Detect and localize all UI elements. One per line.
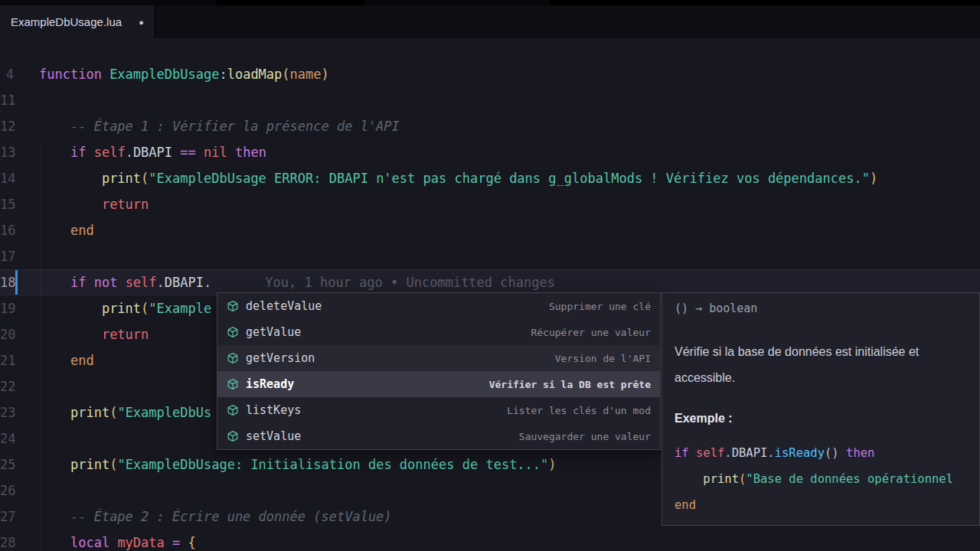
line-number[interactable]: 25: [0, 452, 39, 478]
line-number[interactable]: 27: [0, 504, 39, 530]
code-line[interactable]: 28 local myData = {: [0, 530, 980, 551]
docs-code-line: if self.DBAPI.isReady() then: [675, 440, 967, 466]
suggest-item-label: isReady: [246, 377, 294, 391]
code-text: return: [39, 321, 149, 347]
suggest-item-label: deleteValue: [246, 299, 322, 313]
example-heading: Exemple :: [675, 411, 967, 426]
suggest-item-deleteValue[interactable]: deleteValueSupprimer une clé: [217, 293, 660, 319]
line-number[interactable]: 13: [0, 139, 39, 165]
code-text: print("ExampleDbUs: [39, 399, 211, 425]
code-line[interactable]: 13 if self.DBAPI == nil then: [0, 139, 980, 165]
autocomplete-suggest-widget[interactable]: deleteValueSupprimer une clégetValueRécu…: [217, 292, 661, 450]
code-text: print("Example: [39, 295, 211, 321]
unsaved-changes-dot-icon[interactable]: ●: [139, 18, 144, 27]
code-line[interactable]: 11: [0, 87, 980, 113]
method-signature: () → boolean: [675, 301, 967, 316]
docs-example-code: if self.DBAPI.isReady() then print("Base…: [675, 440, 967, 518]
suggest-item-detail: Sauvegarder une valeur: [519, 431, 651, 442]
line-number[interactable]: 18: [0, 269, 39, 295]
method-icon: [227, 404, 239, 416]
docs-code-line: end: [675, 492, 967, 518]
docs-code-line: print("Base de données opérationnel: [675, 466, 967, 492]
code-text: print("ExampleDbUsage: Initialisation de…: [39, 452, 557, 478]
tab-title: ExampleDbUsage.lua: [11, 15, 122, 28]
suggest-item-detail: Lister les clés d'un mod: [507, 405, 651, 416]
suggest-item-label: setValue: [246, 429, 301, 443]
code-line[interactable]: 16 end: [0, 217, 980, 243]
method-icon: [227, 300, 239, 312]
title-bar-segment: [217, 0, 364, 5]
suggest-item-getVersion[interactable]: getVersionVersion de l'API: [217, 345, 660, 371]
suggest-item-isReady[interactable]: isReadyVérifier si la DB est prête: [217, 371, 660, 397]
code-line[interactable]: 17: [0, 243, 980, 269]
line-number[interactable]: 19: [0, 295, 39, 321]
suggest-item-label: getVersion: [246, 351, 315, 365]
code-text: return: [39, 191, 149, 217]
method-icon: [227, 378, 239, 390]
method-description: Vérifie si la base de données est initia…: [675, 339, 967, 391]
suggest-item-detail: Récupérer une valeur: [531, 327, 651, 338]
suggest-item-getValue[interactable]: getValueRécupérer une valeur: [217, 319, 660, 345]
tab-bar[interactable]: ExampleDbUsage.lua ●: [0, 5, 980, 38]
line-number[interactable]: 22: [0, 373, 39, 399]
method-icon: [227, 430, 239, 442]
suggest-item-setValue[interactable]: setValueSauvegarder une valeur: [217, 423, 660, 449]
suggest-item-detail: Version de l'API: [555, 353, 651, 364]
tab-exampledbusage-lua[interactable]: ExampleDbUsage.lua ●: [0, 5, 155, 38]
suggest-item-detail: Vérifier si la DB est prête: [489, 379, 651, 390]
line-number[interactable]: 20: [0, 321, 39, 347]
method-icon: [227, 326, 239, 338]
suggest-item-detail: Supprimer une clé: [549, 301, 651, 312]
code-text: function ExampleDbUsage:loadMap(name): [39, 61, 329, 87]
code-editor-window: ExampleDbUsage.lua ● 4function ExampleDb…: [0, 0, 980, 551]
suggest-item-label: getValue: [246, 325, 301, 339]
code-line[interactable]: 12 -- Étape 1 : Vérifier la présence de …: [0, 113, 980, 139]
suggest-docs-panel: () → boolean Vérifie si la base de donné…: [662, 292, 980, 526]
code-text: if not self.DBAPI.You, 1 hour ago • Unco…: [39, 269, 555, 295]
method-icon: [227, 352, 239, 364]
suggest-item-listKeys[interactable]: listKeysLister les clés d'un mod: [217, 397, 660, 423]
code-text: -- Étape 1 : Vérifier la présence de l'A…: [39, 113, 400, 139]
line-number[interactable]: 23: [0, 399, 39, 425]
title-bar: [0, 0, 980, 5]
line-number[interactable]: 21: [0, 347, 39, 373]
line-number[interactable]: 11: [0, 87, 39, 113]
line-number[interactable]: 14: [0, 165, 39, 191]
line-number[interactable]: 16: [0, 217, 39, 243]
code-line[interactable]: 15 return: [0, 191, 980, 217]
line-number[interactable]: 15: [0, 191, 39, 217]
line-number[interactable]: 17: [0, 243, 39, 269]
line-number[interactable]: 4: [0, 61, 39, 87]
modified-line-indicator: [15, 270, 18, 295]
line-number[interactable]: 24: [0, 425, 39, 452]
code-text: -- Étape 2 : Écrire une donnée (setValue…: [39, 504, 392, 530]
code-line[interactable]: 18 if not self.DBAPI.You, 1 hour ago • U…: [0, 269, 980, 295]
line-number[interactable]: 28: [0, 530, 39, 551]
line-number[interactable]: 26: [0, 478, 39, 504]
git-blame-annotation: You, 1 hour ago • Uncommitted changes: [265, 275, 555, 290]
code-text: print("ExampleDbUsage ERROR: DBAPI n'est…: [39, 165, 877, 191]
code-text: end: [39, 217, 94, 243]
code-text: local myData = {: [39, 530, 196, 551]
code-text: end: [39, 347, 94, 373]
code-line[interactable]: 14 print("ExampleDbUsage ERROR: DBAPI n'…: [0, 165, 980, 191]
code-line[interactable]: 4function ExampleDbUsage:loadMap(name): [0, 61, 980, 87]
line-number[interactable]: 12: [0, 113, 39, 139]
suggest-item-label: listKeys: [246, 403, 301, 417]
code-text: if self.DBAPI == nil then: [39, 139, 266, 165]
title-bar-segment: [550, 0, 980, 5]
